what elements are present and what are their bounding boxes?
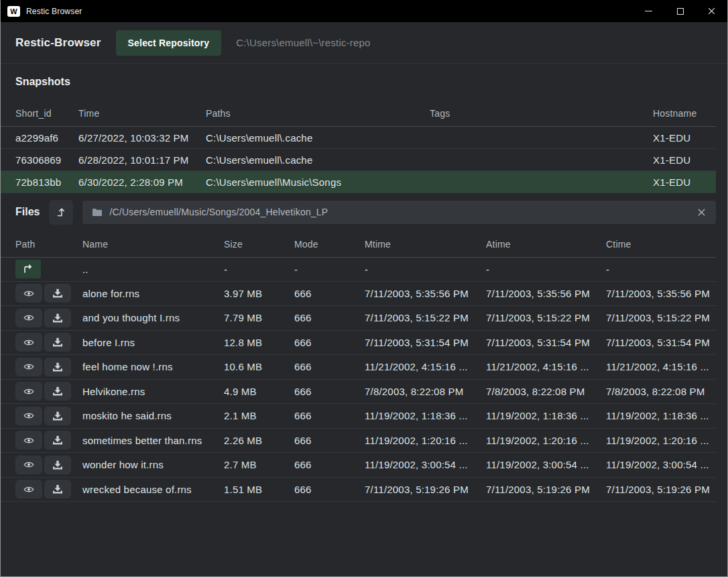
snapshot-time: 6/30/2022, 2:28:09 PM [78, 176, 206, 188]
go-to-root-button[interactable] [49, 200, 73, 225]
minimize-button[interactable] [633, 0, 664, 22]
column-header-name: Name [82, 239, 224, 250]
eye-icon [23, 387, 34, 396]
file-ctime: 11/19/2002, 3:00:54 ... [606, 459, 716, 470]
preview-file-button[interactable] [15, 333, 42, 352]
eye-icon [23, 460, 34, 469]
file-size: 4.9 MB [224, 386, 294, 397]
file-name: .. [82, 264, 224, 275]
column-header-tags: Tags [430, 108, 653, 119]
download-file-button[interactable] [44, 309, 71, 327]
snapshot-short-id: 72b813bb [15, 176, 78, 188]
file-atime: - [486, 264, 606, 275]
go-up-button[interactable] [15, 260, 41, 278]
file-mode: 666 [294, 312, 365, 323]
file-ctime: 7/11/2003, 5:31:54 PM [606, 337, 716, 348]
snapshot-row[interactable]: a2299af6 6/27/2022, 10:03:32 PM C:\Users… [1, 127, 716, 149]
file-ctime: 7/11/2003, 5:15:22 PM [606, 312, 716, 323]
file-name: alone for.rns [82, 288, 224, 299]
current-path-input[interactable]: /C/Users/emuell/Music/Songs/2004_Helveti… [82, 201, 716, 224]
snapshot-time: 6/27/2022, 10:03:32 PM [78, 132, 206, 144]
app-title: Restic-Browser [15, 36, 101, 50]
snapshots-title: Snapshots [15, 76, 70, 88]
download-file-button[interactable] [44, 333, 71, 352]
file-mode: 666 [294, 288, 365, 299]
file-mtime: 11/19/2002, 1:20:16 ... [365, 435, 486, 446]
files-table-header: Path Name Size Mode Mtime Atime Ctime [1, 231, 716, 258]
download-file-button[interactable] [44, 382, 71, 401]
preview-file-button[interactable] [15, 480, 42, 499]
snapshot-short-id: 76306869 [15, 154, 78, 166]
download-file-button[interactable] [44, 480, 71, 499]
download-file-button[interactable] [44, 431, 71, 450]
maximize-button[interactable] [664, 0, 696, 22]
file-row: before I.rns 12.8 MB 666 7/11/2003, 5:31… [1, 331, 716, 356]
preview-file-button[interactable] [15, 358, 42, 376]
file-name: Helvikone.rns [82, 386, 224, 397]
file-name: wonder how it.rns [82, 459, 224, 470]
file-row: wonder how it.rns 2.7 MB 666 11/19/2002,… [1, 453, 716, 478]
snapshot-paths: C:\Users\emuell\.cache [206, 132, 430, 144]
snapshot-row[interactable]: 76306869 6/28/2022, 10:01:17 PM C:\Users… [1, 149, 716, 171]
files-table: Path Name Size Mode Mtime Atime Ctime ..… [1, 231, 716, 502]
file-atime: 11/19/2002, 1:18:36 ... [486, 410, 606, 421]
file-atime: 11/19/2002, 3:00:54 ... [486, 459, 606, 470]
file-size: 2.26 MB [224, 435, 294, 446]
file-row: wrecked because of.rns 1.51 MB 666 7/11/… [1, 478, 716, 503]
window-title: Restic Browser [26, 7, 82, 16]
preview-file-button[interactable] [15, 456, 42, 474]
download-icon [52, 288, 63, 298]
snapshot-time: 6/28/2022, 10:01:17 PM [78, 154, 206, 166]
close-button[interactable] [696, 0, 727, 22]
file-size: - [224, 264, 294, 275]
file-ctime: - [606, 264, 716, 275]
file-row: alone for.rns 3.97 MB 666 7/11/2003, 5:3… [1, 282, 716, 307]
download-file-button[interactable] [44, 407, 71, 425]
column-header-path: Path [15, 239, 82, 250]
eye-icon [23, 289, 34, 298]
preview-file-button[interactable] [15, 431, 42, 450]
file-name: feel home now !.rns [82, 361, 224, 372]
snapshots-table-header: Short_id Time Paths Tags Hostname [1, 100, 716, 127]
file-mode: 666 [294, 484, 365, 495]
minimize-icon [645, 11, 652, 11]
snapshot-hostname: X1-EDU [653, 132, 716, 144]
file-size: 2.7 MB [224, 459, 294, 470]
download-icon [52, 386, 63, 396]
download-icon [52, 362, 63, 372]
file-size: 1.51 MB [224, 484, 294, 495]
snapshot-hostname: X1-EDU [653, 176, 716, 188]
download-icon [52, 435, 63, 445]
column-header-short-id: Short_id [15, 108, 78, 119]
close-icon [708, 7, 715, 15]
snapshot-paths: C:\Users\emuell\Music\Songs [206, 176, 430, 188]
download-file-button[interactable] [44, 284, 71, 303]
file-row: and you thought I.rns 7.79 MB 666 7/11/2… [1, 306, 716, 331]
window-controls [633, 0, 727, 22]
file-name: wrecked because of.rns [82, 484, 224, 495]
preview-file-button[interactable] [15, 382, 42, 401]
snapshot-short-id: a2299af6 [15, 132, 78, 144]
wails-logo-icon: W [7, 6, 20, 17]
parent-directory-row: .. - - - - - [1, 258, 716, 282]
snapshots-section-header: Snapshots [1, 64, 727, 100]
file-row: moskito he said.rns 2.1 MB 666 11/19/200… [1, 404, 716, 429]
file-mtime: 7/8/2003, 8:22:08 PM [365, 386, 486, 397]
preview-file-button[interactable] [15, 407, 42, 425]
eye-icon [23, 436, 34, 445]
file-mode: 666 [294, 337, 365, 348]
column-header-mtime: Mtime [365, 239, 486, 250]
snapshot-row[interactable]: 72b813bb 6/30/2022, 2:28:09 PM C:\Users\… [1, 171, 716, 193]
file-size: 3.97 MB [224, 288, 294, 299]
folder-icon [92, 208, 103, 217]
files-title: Files [15, 206, 40, 218]
preview-file-button[interactable] [15, 284, 42, 303]
clear-path-button[interactable] [696, 207, 707, 217]
preview-file-button[interactable] [15, 309, 42, 327]
file-name: moskito he said.rns [82, 410, 224, 421]
download-file-button[interactable] [44, 358, 71, 376]
download-file-button[interactable] [44, 456, 71, 474]
file-ctime: 11/21/2002, 4:15:16 ... [606, 361, 716, 372]
select-repository-button[interactable]: Select Repository [116, 30, 222, 56]
repository-path: C:\Users\emuell\~\restic-repo [236, 37, 370, 48]
